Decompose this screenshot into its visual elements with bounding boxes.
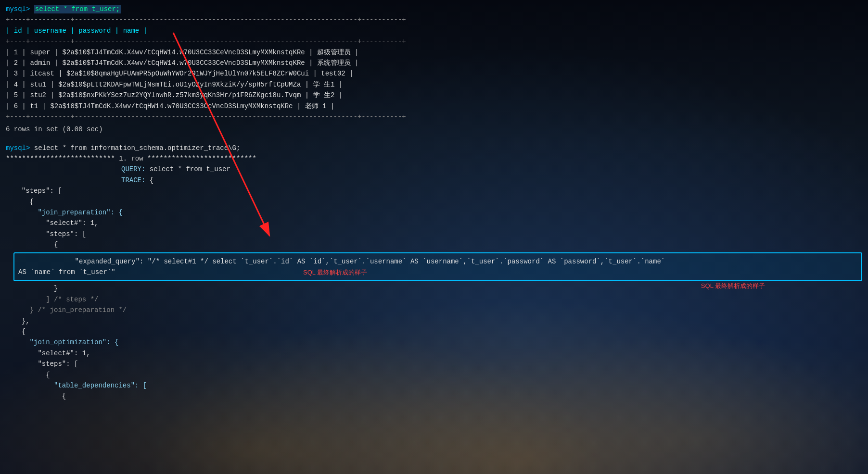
table-row-6: | 6 | t1 | $2a$10$TJ4TmCdK.X4wv/tCqHW14.… <box>6 101 862 112</box>
table-row-4: | 4 | stu1 | $2a$10$pLtt2KDAFpwTWLjNsmTE… <box>6 79 862 90</box>
expanded-query-box: "expanded_query": "/* select#1 */ select… <box>13 252 862 282</box>
trace-query-label: QUERY: <box>6 165 145 173</box>
table-sep-mid: +----+----------+-----------------------… <box>6 36 862 47</box>
prompt2: mysql> <box>6 144 30 152</box>
prompt1: mysql> <box>6 5 30 13</box>
brace-open1: { <box>6 197 862 207</box>
steps-inner-close: ] /* steps */ <box>6 294 862 305</box>
table-row-1: | 1 | super | $2a$10$TJ4TmCdK.X4wv/tCqHW… <box>6 47 862 58</box>
brace-open4: { <box>6 391 862 401</box>
trace-row-marker: *************************** 1. row *****… <box>6 153 862 164</box>
join-opt: "join_optimization": { <box>6 337 862 348</box>
steps-open: "steps": [ <box>6 186 862 196</box>
table-sep-bot: +----+----------+-----------------------… <box>6 112 862 122</box>
second-command-line: mysql> select * from information_schema.… <box>6 143 862 153</box>
select-hash: "select#": 1, <box>6 218 862 228</box>
steps-inner-open: "steps": [ <box>6 229 862 239</box>
sql-annotation-label: SQL 最终解析成的样子 <box>701 281 765 291</box>
table-sep-top: +----+----------+-----------------------… <box>6 14 862 25</box>
expanded-query-line1: "expanded_query": "/* select#1 */ select… <box>18 256 857 267</box>
expanded-query-line2: AS `name` from `t_user`" <box>18 267 857 277</box>
join-prep: "join_preparation": { <box>6 207 862 218</box>
trace-query-val: select * from t_user <box>150 165 230 173</box>
select-hash2: "select#": 1, <box>6 348 862 359</box>
steps-inner2-open: "steps": [ <box>6 359 862 369</box>
join-prep-close: } /* join_preparation */ <box>6 305 862 315</box>
terminal-window: mysql> select * from t_user; +----+-----… <box>0 0 868 474</box>
trace-open-brace: { <box>150 176 153 184</box>
table-header-row: | id | username | password | name | <box>6 25 862 36</box>
table-dep: "table_dependencies": [ <box>6 380 862 391</box>
trace-trace-label: TRACE: <box>6 176 145 184</box>
inner-brace-open: { <box>6 239 862 250</box>
comma-line: }, <box>6 316 862 326</box>
sql-annotation-text: SQL 最终解析成的样子 <box>303 268 367 277</box>
trace-query-line: QUERY: select * from t_user <box>6 164 862 175</box>
first-command-line: mysql> select * from t_user; <box>6 4 862 14</box>
row-count: 6 rows in set (0.00 sec) <box>6 124 862 135</box>
table-row-5: | 5 | stu2 | $2a$10$nxPKkYSez7uz2YQYlnwh… <box>6 90 862 100</box>
brace-open3: { <box>6 370 862 380</box>
trace-trace-line: TRACE: { <box>6 175 862 186</box>
command1-text: select * from t_user; <box>34 5 121 13</box>
brace-open2: { <box>6 326 862 337</box>
table-row-2: | 2 | admin | $2a$10$TJ4TmCdK.X4wv/tCqHW… <box>6 58 862 68</box>
table-row-3: | 3 | itcast | $2a$10$8qmaHgUFUAmPR5pOuW… <box>6 68 862 79</box>
